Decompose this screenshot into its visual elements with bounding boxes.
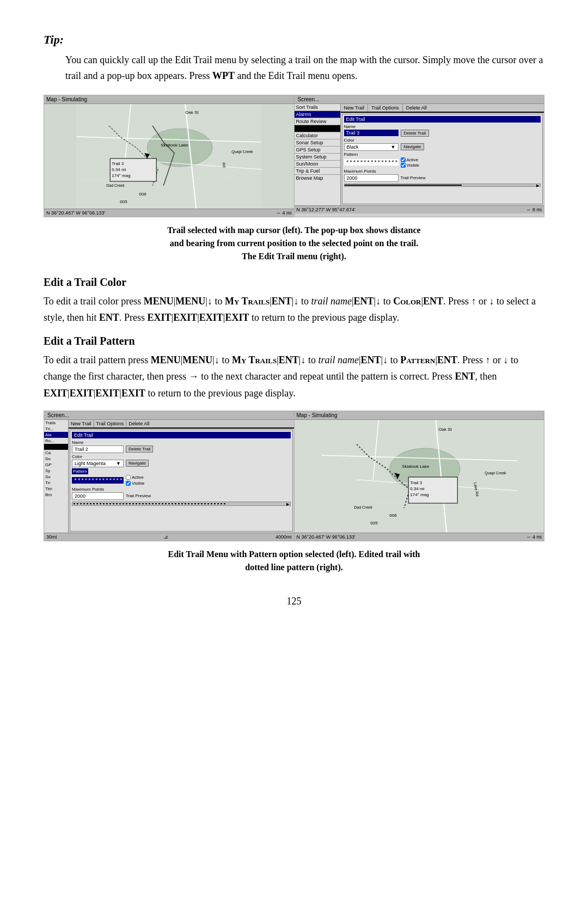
sidebar-item-sort-trails: Sort Trails: [295, 104, 340, 111]
trail-tabs: New Trail Trail Options Delete All: [341, 104, 544, 113]
tab-delete-all[interactable]: Delete All: [403, 104, 430, 112]
svg-text:Quapi Creek: Quapi Creek: [231, 150, 253, 154]
svg-text:Trail 3: Trail 3: [410, 480, 422, 485]
trail-preview-dotted: [74, 503, 226, 504]
map-titlebar-1: Map - Simulating: [44, 95, 294, 104]
svg-text:005: 005: [370, 521, 378, 526]
checkbox-group: Active Visible: [401, 157, 419, 168]
sidebar2-su: Su: [44, 474, 68, 480]
pattern-field-group-2: Pattern *************** Active Vi: [72, 468, 291, 486]
gps-sidebar-list: Sort Trails Alarms Route Review My Trail…: [295, 104, 341, 205]
screenshot-row-1: Map - Simulating Tra: [44, 95, 544, 217]
svg-text:Trail 3: Trail 3: [112, 161, 124, 166]
section-pattern-para: To edit a trail pattern press MENU|MENU|…: [44, 352, 544, 402]
name-input[interactable]: Trail 3: [344, 130, 399, 136]
name-field-group-2: Name Trail 2 Delete Trail: [72, 440, 291, 453]
gps-statusbar: N 36°12.277' W 95°47.674' ↔ 8 mi: [295, 205, 544, 213]
sidebar2-so: So: [44, 456, 68, 462]
sidebar-item-browse: Browse Map: [295, 175, 340, 181]
sidebar-item-trip: Trip & Fuel: [295, 168, 340, 175]
maxpts-field-group: Maximum Points 2000 Trail Preview: [344, 169, 541, 182]
name-label: Name: [344, 124, 541, 129]
map-svg-2: Trail 3 0.34 mi 174° mag Oak St Skiatook…: [295, 420, 544, 533]
edit-trail-dialog-2: Edit Trail Name Trail 2 Delete Trail Col…: [70, 430, 293, 532]
pattern-label-2: Pattern: [72, 468, 88, 474]
tab2-delete-all[interactable]: Delete All: [126, 420, 151, 428]
active-checkbox[interactable]: [401, 157, 406, 162]
section-heading-pattern: Edit a Trail Pattern: [44, 335, 544, 347]
map-statusbar-2: N 36°20.467' W 96°06.133' ↔ 4 mi: [295, 533, 544, 541]
sidebar2-tri: Tri...: [44, 426, 68, 432]
svg-text:Skiatook Lake: Skiatook Lake: [161, 143, 188, 148]
pattern-input[interactable]: ***************: [344, 159, 399, 166]
color-input[interactable]: Black ▼: [344, 143, 399, 151]
gps-statusbar-2: 30mi ⊿ 4000mi: [44, 533, 294, 541]
sidebar2-sy: Sy: [44, 468, 68, 474]
trail-preview-bar: ▶: [344, 184, 541, 187]
screenshot-row-2: Screen... Trails Tri... Ala Ro... My Ca …: [44, 411, 544, 541]
navigate-btn-2[interactable]: Navigate: [126, 460, 149, 467]
map-svg-1: Trail 3 0.34 mi 174° mag Oak St Skiatook…: [44, 104, 294, 209]
gps-titlebar: Screen...: [295, 95, 544, 104]
color-field-group: Color Black ▼ Navigate: [344, 138, 541, 151]
pattern-input-2[interactable]: ***************: [72, 477, 124, 484]
svg-text:0.34 mi: 0.34 mi: [410, 486, 424, 491]
sidebar2-gp: GP: [44, 462, 68, 468]
maxpts-label-2: Maximum Points: [72, 487, 291, 492]
maxpts-input-2[interactable]: 2000: [72, 492, 124, 500]
visible-checkbox-2[interactable]: [126, 481, 131, 486]
active-checkbox-label-2: Active: [126, 475, 144, 480]
svg-text:174° mag: 174° mag: [112, 173, 130, 178]
dialog-title-2: Edit Trail: [72, 432, 291, 438]
tab-new-trail[interactable]: New Trail: [341, 104, 369, 112]
trail-preview-arrow: ▶: [536, 184, 539, 187]
maxpts-input[interactable]: 2000: [344, 174, 399, 182]
tip-heading: Tip:: [44, 33, 544, 47]
caption-1: Trail selected with map cursor (left). T…: [44, 224, 544, 263]
trail-preview-label-2: Trail Preview: [126, 493, 151, 498]
color-input-2[interactable]: Light Magenta ▼: [72, 460, 124, 467]
name-input-2[interactable]: Trail 2: [72, 445, 124, 453]
gps-panel-2: Screen... Trails Tri... Ala Ro... My Ca …: [44, 411, 295, 541]
map-panel-1: Map - Simulating Tra: [44, 95, 294, 217]
sidebar2-my: My: [44, 444, 68, 450]
visible-checkbox-label: Visible: [401, 163, 419, 168]
sidebar2-trails: Trails: [44, 420, 68, 426]
svg-text:006: 006: [389, 513, 397, 518]
name-label-2: Name: [72, 440, 291, 445]
sidebar2-tr: Tri: [44, 480, 68, 486]
name-field-group: Name Trail 3 Delete Trail: [344, 124, 541, 137]
edit-trail-dialog: Edit Trail Name Trail 3 Delete Trail Col…: [342, 114, 543, 204]
sidebar2-bro: Bro: [44, 492, 68, 498]
sidebar-item-calc: Calculator: [295, 132, 340, 139]
navigate-btn[interactable]: Navigate: [401, 143, 425, 150]
sidebar-item-mytrails: My Trails: [295, 125, 340, 132]
checkbox-group-2: Active Visible: [126, 475, 144, 486]
sidebar-item-route: Route Review: [295, 118, 340, 125]
visible-checkbox-label-2: Visible: [126, 481, 144, 486]
caption-2: Edit Trail Menu with Pattern option sele…: [44, 548, 544, 574]
delete-trail-btn-2[interactable]: Delete Trail: [126, 445, 153, 453]
svg-text:Oak St: Oak St: [185, 110, 199, 115]
svg-text:0.34 mi: 0.34 mi: [112, 167, 126, 172]
svg-text:005: 005: [120, 199, 127, 204]
svg-text:Dad Creek: Dad Creek: [354, 505, 372, 509]
tip-paragraph: You can quickly call up the Edit Trail m…: [65, 52, 544, 84]
active-checkbox-2[interactable]: [126, 475, 131, 480]
color-field-group-2: Color Light Magenta ▼ Navigate: [72, 454, 291, 467]
tab-trail-options[interactable]: Trail Options: [368, 104, 403, 112]
page-number: 125: [44, 596, 544, 607]
delete-trail-btn[interactable]: Delete Trail: [401, 130, 429, 137]
color-label-2: Color: [72, 454, 291, 459]
map-titlebar-2: Map - Simulating: [295, 411, 544, 420]
gps-panel-1: Screen... Sort Trails Alarms Route Revie…: [294, 95, 544, 217]
gps-sidebar-2: Trails Tri... Ala Ro... My Ca So GP Sy S…: [44, 420, 69, 533]
tab2-new-trail[interactable]: New Trail: [69, 420, 94, 428]
trail-preview-line: [345, 185, 462, 186]
visible-checkbox[interactable]: [401, 163, 406, 168]
sidebar-item-sun: Sun/Moon: [295, 161, 340, 168]
pattern-label: Pattern: [344, 152, 541, 157]
pattern-field-group: Pattern *************** Active Vi: [344, 152, 541, 168]
svg-text:006: 006: [139, 192, 146, 197]
tab2-trail-options[interactable]: Trail Options: [94, 420, 127, 428]
